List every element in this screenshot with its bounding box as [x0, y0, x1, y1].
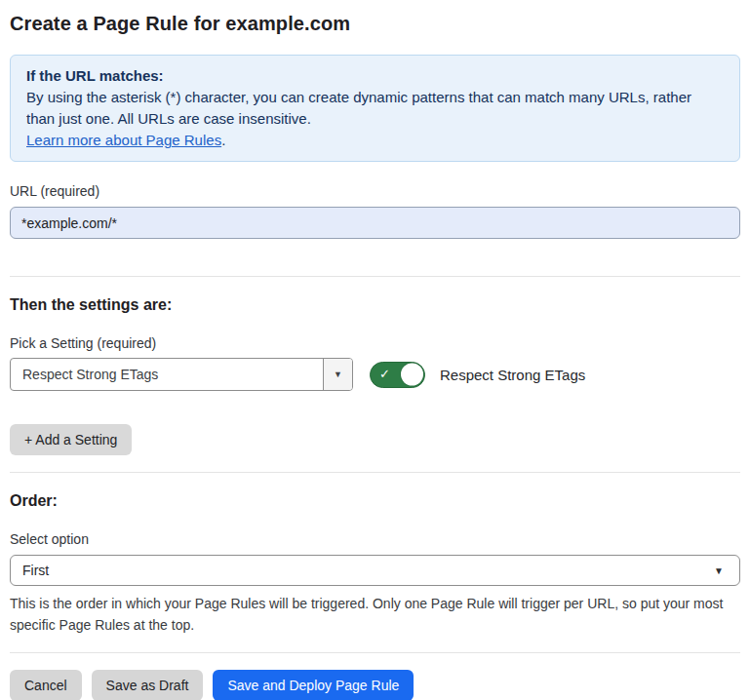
order-help-text: This is the order in which your Page Rul… [10, 593, 736, 636]
chevron-down-icon: ▼ [334, 369, 342, 379]
info-box-heading: If the URL matches: [26, 65, 724, 87]
page-title: Create a Page Rule for example.com [10, 10, 740, 37]
url-field-label: URL (required) [10, 183, 740, 199]
setting-toggle-on[interactable]: ✓ [370, 362, 425, 388]
settings-section-heading: Then the settings are: [10, 296, 740, 314]
check-icon: ✓ [379, 368, 390, 380]
toggle-knob [401, 364, 423, 386]
order-section-heading: Order: [10, 492, 740, 510]
section-divider [10, 472, 740, 473]
pick-setting-label: Pick a Setting (required) [10, 335, 740, 351]
setting-select-arrow-segment[interactable]: ▼ [323, 359, 352, 390]
url-match-info-box: If the URL matches: By using the asteris… [10, 55, 740, 162]
learn-more-link[interactable]: Learn more about Page Rules [26, 132, 221, 148]
section-divider [10, 276, 740, 277]
add-setting-button[interactable]: + Add a Setting [10, 424, 132, 455]
order-select[interactable]: First ▼ [10, 555, 740, 586]
setting-toggle-label: Respect Strong ETags [440, 367, 585, 383]
order-select-value: First [22, 563, 714, 578]
save-draft-button[interactable]: Save as Draft [92, 670, 204, 700]
info-box-body: By using the asterisk (*) character, you… [26, 87, 724, 130]
setting-select[interactable]: Respect Strong ETags ▼ [10, 358, 353, 391]
save-deploy-button[interactable]: Save and Deploy Page Rule [213, 670, 414, 700]
cancel-button[interactable]: Cancel [10, 670, 82, 700]
order-select-label: Select option [10, 531, 740, 547]
link-suffix: . [221, 132, 225, 148]
footer-actions: Cancel Save as Draft Save and Deploy Pag… [10, 670, 740, 700]
setting-select-value: Respect Strong ETags [11, 359, 323, 390]
setting-row: Respect Strong ETags ▼ ✓ Respect Strong … [10, 358, 740, 391]
url-input[interactable] [10, 207, 740, 239]
info-box-link-line: Learn more about Page Rules. [26, 130, 724, 151]
chevron-down-icon: ▼ [714, 565, 724, 576]
footer-divider [10, 652, 740, 653]
